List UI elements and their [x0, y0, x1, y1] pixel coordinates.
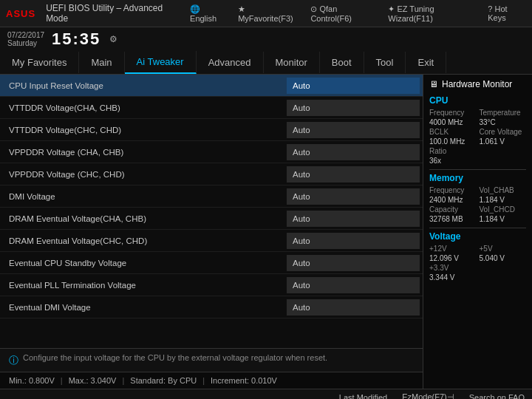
table-row[interactable]: Eventual CPU Standby Voltage Auto — [0, 252, 423, 274]
mem-freq-value: 2400 MHz — [429, 196, 477, 204]
setting-value[interactable]: Auto — [287, 188, 420, 205]
spec-min: Min.: 0.800V — [9, 376, 55, 385]
cpu-bclk-value: 100.0 MHz — [429, 137, 477, 146]
setting-label: DRAM Eventual Voltage(CHC, CHD) — [0, 232, 287, 250]
hw-monitor-panel: 🖥 Hardware Monitor CPU Frequency Tempera… — [423, 75, 532, 389]
hotkeys-control[interactable]: ? Hot Keys — [488, 4, 526, 22]
settings-panel: CPU Input Reset Voltage Auto VTTDDR Volt… — [0, 75, 423, 389]
cpu-corevolt-value: 1.061 V — [480, 137, 527, 146]
cpu-temp-label: Temperature — [480, 109, 527, 117]
setting-label: Eventual CPU Standby Voltage — [0, 254, 287, 272]
status-bar: Last Modified EzMode(F7)⊣ Search on FAQ — [0, 389, 532, 399]
tab-advanced[interactable]: Advanced — [197, 52, 264, 73]
tab-main[interactable]: Main — [79, 52, 124, 73]
v33-label: +3.3V — [429, 264, 477, 272]
setting-value[interactable]: Auto — [287, 211, 420, 227]
settings-list: CPU Input Reset Voltage Auto VTTDDR Volt… — [0, 75, 423, 348]
tab-monitor[interactable]: Monitor — [264, 52, 320, 73]
setting-value[interactable]: Auto — [287, 100, 420, 116]
setting-value[interactable]: Auto — [287, 255, 420, 271]
setting-label: Eventual PLL Termination Voltage — [0, 276, 287, 294]
cpu-freq-label: Frequency — [429, 109, 477, 117]
info-description: Configure the input voltage for the CPU … — [23, 353, 327, 362]
table-row[interactable]: Eventual DMI Voltage Auto — [0, 296, 423, 318]
cpu-bclk-label: BCLK — [429, 128, 477, 136]
spec-max: Max.: 3.040V — [69, 376, 117, 385]
time-display: 15:35 — [52, 30, 100, 49]
cpu-section-title: CPU — [429, 95, 526, 106]
table-row[interactable]: VPPDDR Voltage (CHC, CHD) Auto — [0, 163, 423, 185]
table-row[interactable]: DMI Voltage Auto — [0, 185, 423, 208]
monitor-icon: 🖥 — [429, 79, 438, 89]
cpu-ratio-label: Ratio — [429, 147, 477, 155]
cpu-ratio-value: 36x — [429, 157, 477, 165]
spec-bar: Min.: 0.800V | Max.: 3.040V | Standard: … — [0, 372, 423, 389]
setting-value[interactable]: Auto — [287, 144, 420, 160]
top-header: ASUS UEFI BIOS Utility – Advanced Mode 🌐… — [0, 0, 532, 27]
tab-ai-tweaker[interactable]: Ai Tweaker — [125, 51, 197, 74]
mem-freq-label: Frequency — [429, 186, 477, 194]
v12-label: +12V — [429, 245, 477, 253]
eztuning-control[interactable]: ✦ EZ Tuning Wizard(F11) — [388, 4, 477, 23]
setting-label: DMI Voltage — [0, 188, 287, 205]
mem-volchcd-value: 1.184 V — [480, 215, 527, 223]
info-icon: ⓘ — [9, 354, 18, 367]
setting-value[interactable]: Auto — [287, 233, 420, 249]
table-row[interactable]: VTTDDR Voltage(CHC, CHD) Auto — [0, 119, 423, 141]
setting-value[interactable]: Auto — [287, 299, 420, 316]
hw-monitor-title: 🖥 Hardware Monitor — [429, 79, 526, 89]
memory-section-title: Memory — [429, 173, 526, 183]
ez-mode-button[interactable]: EzMode(F7)⊣ — [402, 392, 454, 399]
tab-boot[interactable]: Boot — [320, 52, 364, 73]
day-text: Saturday — [7, 39, 44, 47]
tab-tool[interactable]: Tool — [364, 52, 406, 73]
setting-label: VPPDDR Voltage (CHA, CHB) — [0, 143, 287, 161]
setting-label: VTTDDR Voltage(CHC, CHD) — [0, 121, 287, 139]
spec-standard: Standard: By CPU — [130, 376, 197, 385]
cpu-corevolt-label: Core Voltage — [480, 128, 527, 136]
gear-icon[interactable]: ⚙ — [109, 34, 117, 44]
top-header-controls: 🌐 English ★ MyFavorite(F3) ⊙ Qfan Contro… — [190, 4, 526, 23]
bios-title: UEFI BIOS Utility – Advanced Mode — [46, 3, 183, 24]
tab-my-favorites[interactable]: My Favorites — [0, 52, 79, 73]
main-content: CPU Input Reset Voltage Auto VTTDDR Volt… — [0, 75, 532, 389]
v12-value: 12.096 V — [429, 254, 477, 262]
memory-stats: Frequency Vol_CHAB 2400 MHz 1.184 V Capa… — [429, 186, 526, 223]
english-control[interactable]: 🌐 English — [190, 4, 228, 23]
qfan-control[interactable]: ⊙ Qfan Control(F6) — [310, 4, 378, 23]
table-row[interactable]: VPPDDR Voltage (CHA, CHB) Auto — [0, 141, 423, 163]
spec-increment: Increment: 0.010V — [211, 376, 277, 385]
setting-value[interactable]: Auto — [287, 122, 420, 138]
datetime-row: 07/22/2017 Saturday 15:35 ⚙ — [0, 27, 532, 51]
setting-label: CPU Input Reset Voltage — [0, 77, 287, 95]
v33-value: 3.344 V — [429, 273, 477, 282]
table-row[interactable]: CPU Input Reset Voltage Auto — [0, 75, 423, 97]
setting-label: VTTDDR Voltage(CHA, CHB) — [0, 99, 287, 117]
setting-label: DRAM Eventual Voltage(CHA, CHB) — [0, 210, 287, 228]
info-bar: ⓘ Configure the input voltage for the CP… — [0, 348, 423, 372]
setting-label: Eventual DMI Voltage — [0, 299, 287, 316]
setting-value[interactable]: Auto — [287, 277, 420, 293]
setting-label: VPPDDR Voltage (CHC, CHD) — [0, 166, 287, 183]
mem-volchab-label: Vol_CHAB — [480, 186, 527, 194]
setting-value[interactable]: Auto — [287, 166, 420, 183]
myfavorite-control[interactable]: ★ MyFavorite(F3) — [238, 4, 300, 23]
voltage-section-title: Voltage — [429, 231, 526, 242]
table-row[interactable]: DRAM Eventual Voltage(CHC, CHD) Auto — [0, 230, 423, 252]
table-row[interactable]: VTTDDR Voltage(CHA, CHB) Auto — [0, 97, 423, 119]
last-modified: Last Modified — [339, 393, 387, 400]
mem-cap-value: 32768 MB — [429, 215, 477, 223]
cpu-stats: Frequency Temperature 4000 MHz 33°C BCLK… — [429, 109, 526, 165]
v5-label: +5V — [480, 245, 527, 253]
voltage-stats: +12V +5V 12.096 V 5.040 V +3.3V 3.344 V — [429, 245, 526, 282]
tab-exit[interactable]: Exit — [406, 52, 446, 73]
table-row[interactable]: Eventual PLL Termination Voltage Auto — [0, 274, 423, 296]
mem-volchab-value: 1.184 V — [480, 196, 527, 204]
mem-cap-label: Capacity — [429, 205, 477, 214]
setting-value[interactable]: Auto — [287, 78, 420, 94]
cpu-temp-value: 33°C — [480, 118, 527, 126]
date-display: 07/22/2017 Saturday — [7, 31, 44, 47]
search-faq-button[interactable]: Search on FAQ — [469, 393, 525, 400]
table-row[interactable]: DRAM Eventual Voltage(CHA, CHB) Auto — [0, 208, 423, 230]
nav-tabs: My Favorites Main Ai Tweaker Advanced Mo… — [0, 51, 532, 75]
